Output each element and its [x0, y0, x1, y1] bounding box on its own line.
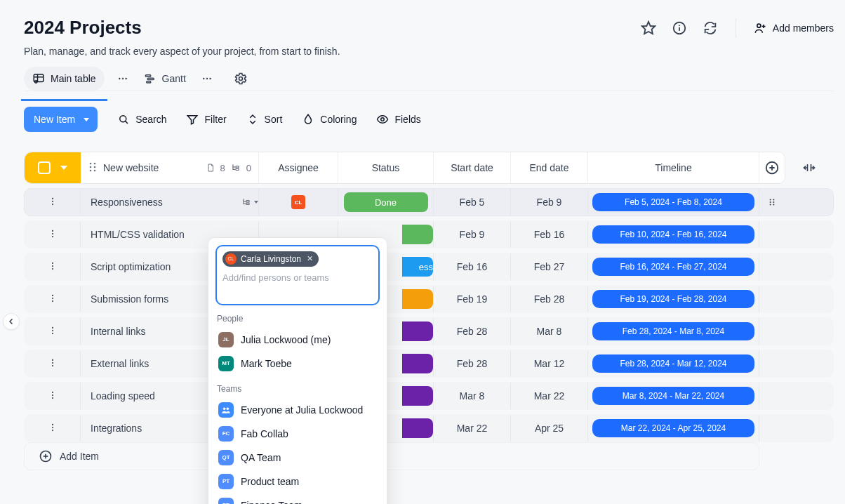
sidebar-collapse-button[interactable] [3, 313, 20, 330]
row-more-icon[interactable] [48, 326, 58, 338]
row-drag-cell[interactable] [759, 350, 785, 377]
assignee-option[interactable]: MTMark Toebe [215, 352, 380, 376]
expand-columns-icon[interactable] [797, 152, 822, 184]
row-drag-cell[interactable] [759, 253, 785, 280]
table-row[interactable]: Submission formsFeb 19Feb 28Feb 19, 2024… [24, 285, 834, 313]
subtasks-icon[interactable] [241, 197, 258, 207]
column-start-date[interactable]: Start date [434, 152, 511, 183]
column-name[interactable]: New website 8 0 [81, 152, 259, 183]
row-more-icon[interactable] [48, 229, 58, 241]
row-assignee-cell[interactable]: CL [259, 189, 338, 215]
column-timeline[interactable]: Timeline [588, 152, 759, 183]
select-all-checkbox[interactable] [38, 161, 51, 174]
row-end-date[interactable]: Feb 27 [511, 253, 588, 280]
tab-gantt-more-icon[interactable] [200, 72, 214, 86]
row-start-date[interactable]: Feb 9 [434, 221, 511, 248]
table-row[interactable]: HTML/CSS validationFeb 9Feb 16Feb 10, 20… [24, 220, 834, 248]
row-more-icon[interactable] [48, 423, 58, 435]
assignee-team-option[interactable]: QTQA Team [215, 446, 380, 470]
row-handle[interactable] [25, 318, 81, 345]
row-status-cell[interactable]: Done [338, 189, 434, 215]
row-more-icon[interactable] [48, 293, 58, 305]
row-end-date[interactable]: Feb 16 [511, 221, 588, 248]
row-timeline-cell[interactable]: Feb 19, 2024 - Feb 28, 2024 [588, 286, 759, 312]
tab-main-more-icon[interactable] [116, 72, 130, 86]
row-timeline-cell[interactable]: Feb 16, 2024 - Feb 27, 2024 [588, 253, 759, 280]
row-start-date[interactable]: Mar 8 [434, 383, 511, 409]
column-status[interactable]: Status [338, 152, 434, 183]
row-drag-cell[interactable] [759, 415, 785, 442]
column-end-date[interactable]: End date [511, 152, 588, 183]
assignee-team-option[interactable]: FTFinance Team [215, 493, 380, 505]
row-more-icon[interactable] [48, 197, 58, 208]
info-icon[interactable] [671, 20, 688, 37]
search-button[interactable]: Search [117, 113, 166, 126]
row-more-icon[interactable] [48, 358, 58, 370]
row-end-date[interactable]: Feb 9 [511, 189, 588, 215]
new-item-button[interactable]: New Item [24, 107, 98, 132]
row-start-date[interactable]: Feb 16 [434, 253, 511, 280]
assignee-team-option[interactable]: FCFab Collab [215, 422, 380, 446]
sync-icon[interactable] [702, 20, 719, 37]
row-timeline-cell[interactable]: Feb 5, 2024 - Feb 8, 2024 [588, 189, 759, 215]
row-handle[interactable] [25, 253, 81, 280]
row-handle[interactable] [25, 221, 81, 248]
filter-button[interactable]: Filter [186, 113, 226, 126]
assignee-team-option[interactable]: Everyone at Julia Lockwood [215, 398, 380, 422]
row-end-date[interactable]: Mar 22 [511, 383, 588, 409]
add-column-button[interactable] [759, 152, 785, 183]
row-handle[interactable] [25, 415, 81, 442]
table-row[interactable]: Internal linksFeb 28Mar 8Feb 28, 2024 - … [24, 317, 834, 345]
row-timeline-cell[interactable]: Mar 8, 2024 - Mar 22, 2024 [588, 383, 759, 409]
chevron-down-icon[interactable] [60, 166, 67, 170]
row-more-icon[interactable] [48, 261, 58, 273]
row-start-date[interactable]: Feb 19 [434, 286, 511, 312]
tab-gantt[interactable]: Gantt [141, 67, 189, 91]
row-timeline-cell[interactable]: Feb 10, 2024 - Feb 16, 2024 [588, 221, 759, 248]
table-row[interactable]: Loading speedMar 8Mar 22Mar 8, 2024 - Ma… [24, 382, 834, 410]
table-row[interactable]: ResponsivenessCLDoneFeb 5Feb 9Feb 5, 202… [24, 188, 834, 216]
row-name-cell[interactable]: Responsiveness [81, 189, 259, 215]
coloring-button[interactable]: Coloring [302, 113, 357, 126]
table-row[interactable]: External linksFeb 28Mar 12Feb 28, 2024 -… [24, 350, 834, 378]
row-drag-cell[interactable] [759, 221, 785, 248]
svg-point-12 [121, 78, 123, 79]
column-assignee[interactable]: Assignee [259, 152, 338, 183]
row-handle[interactable] [25, 350, 81, 377]
assignee-team-option[interactable]: PTProduct team [215, 470, 380, 493]
add-members-button[interactable]: Add members [753, 21, 834, 35]
row-drag-cell[interactable] [759, 383, 785, 409]
row-start-date[interactable]: Feb 28 [434, 350, 511, 377]
star-icon[interactable] [640, 20, 657, 37]
row-timeline-cell[interactable]: Feb 28, 2024 - Mar 8, 2024 [588, 318, 759, 345]
row-start-date[interactable]: Feb 28 [434, 318, 511, 345]
assignee-input-area[interactable]: CL Carla Livingston ✕ Add/find persons o… [215, 245, 380, 305]
svg-point-69 [52, 423, 53, 425]
sort-button[interactable]: Sort [246, 113, 283, 126]
row-timeline-cell[interactable]: Feb 28, 2024 - Mar 12, 2024 [588, 350, 759, 377]
row-start-date[interactable]: Mar 22 [434, 415, 511, 442]
row-more-icon[interactable] [48, 390, 58, 402]
gear-icon[interactable] [232, 70, 249, 87]
row-timeline-cell[interactable]: Mar 22, 2024 - Apr 25, 2024 [588, 415, 759, 442]
row-drag-cell[interactable] [759, 318, 785, 345]
row-handle[interactable] [25, 286, 81, 312]
group-toggle-cell[interactable] [25, 152, 81, 183]
row-drag-cell[interactable] [759, 286, 785, 312]
row-end-date[interactable]: Apr 25 [511, 415, 588, 442]
row-handle[interactable] [25, 189, 81, 215]
tab-main-table[interactable]: Main table [24, 67, 105, 91]
row-start-date[interactable]: Feb 5 [434, 189, 511, 215]
table-row[interactable]: Script optimizationessFeb 16Feb 27Feb 16… [24, 253, 834, 281]
row-end-date[interactable]: Feb 28 [511, 286, 588, 312]
assignee-option[interactable]: JLJulia Lockwood (me) [215, 328, 380, 352]
row-handle[interactable] [25, 383, 81, 409]
assignee-chip[interactable]: CL Carla Livingston ✕ [222, 251, 319, 267]
chip-remove-icon[interactable]: ✕ [307, 254, 313, 263]
row-drag-cell[interactable] [759, 189, 785, 215]
row-end-date[interactable]: Mar 8 [511, 318, 588, 345]
row-end-date[interactable]: Mar 12 [511, 350, 588, 377]
table-row[interactable]: IntegrationsMar 22Apr 25Mar 22, 2024 - A… [24, 414, 834, 442]
add-item-button[interactable]: Add Item [24, 442, 759, 470]
fields-button[interactable]: Fields [376, 113, 420, 126]
